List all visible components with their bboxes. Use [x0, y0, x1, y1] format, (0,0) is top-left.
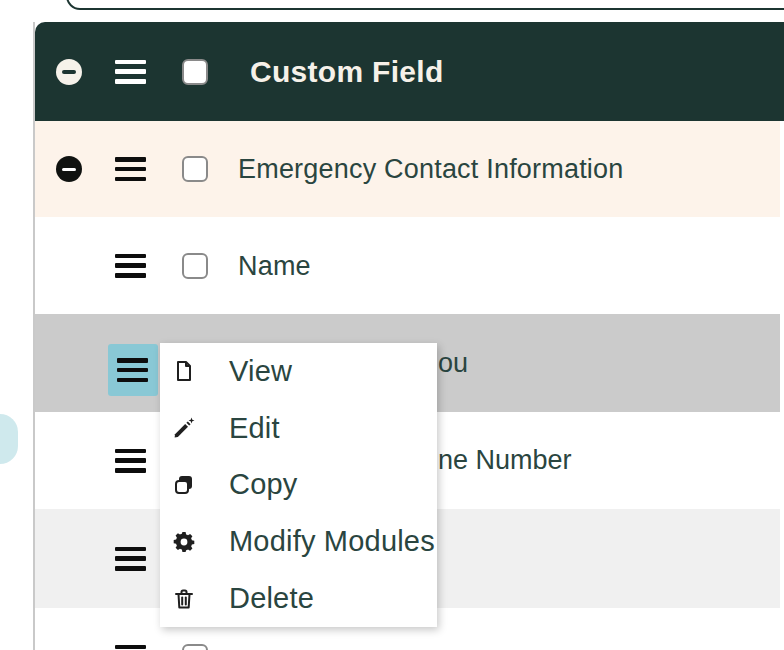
drag-handle-icon[interactable]: [115, 60, 146, 84]
menu-item-label: Copy: [229, 468, 298, 501]
row-label: Emergency Contact Information: [238, 154, 623, 185]
menu-item-label: Delete: [229, 582, 314, 615]
row-label: Name: [238, 250, 311, 281]
column-divider: [780, 121, 784, 650]
menu-item-view[interactable]: View: [160, 343, 437, 400]
drag-handle-icon[interactable]: [115, 157, 146, 181]
pencil-icon: [172, 416, 196, 440]
side-flyout-handle[interactable]: [0, 414, 18, 464]
row-checkbox[interactable]: [182, 644, 208, 650]
row-checkbox[interactable]: [182, 253, 208, 279]
row-checkbox[interactable]: [182, 156, 208, 182]
menu-item-label: Modify Modules: [229, 525, 435, 558]
drag-handle-icon[interactable]: [115, 547, 146, 571]
table-row: Emergency Contact Information: [35, 121, 784, 217]
table-header: Custom Field: [35, 22, 784, 121]
menu-item-edit[interactable]: Edit: [160, 400, 437, 457]
menu-item-modify-modules[interactable]: Modify Modules: [160, 513, 437, 570]
copy-icon: [172, 473, 196, 497]
page: Custom Field Emergency Contact Informati…: [0, 0, 784, 650]
drag-handle-icon[interactable]: [115, 645, 146, 650]
file-icon: [172, 359, 196, 383]
drag-handle-icon[interactable]: [115, 449, 146, 473]
menu-item-copy[interactable]: Copy: [160, 457, 437, 514]
search-input-partial[interactable]: [66, 0, 784, 10]
menu-item-delete[interactable]: Delete: [160, 570, 437, 627]
drag-handle-highlight[interactable]: [108, 344, 158, 396]
menu-item-label: View: [229, 355, 292, 388]
table-row: Name: [35, 217, 784, 314]
column-title: Custom Field: [250, 55, 444, 89]
drag-handle-icon[interactable]: [115, 254, 146, 278]
gear-icon: [172, 530, 196, 554]
select-all-checkbox[interactable]: [182, 59, 208, 85]
trash-icon: [172, 587, 196, 611]
menu-item-label: Edit: [229, 412, 280, 445]
collapse-row-icon[interactable]: [56, 156, 82, 182]
drag-handle-icon[interactable]: [117, 358, 148, 382]
collapse-all-icon[interactable]: [56, 59, 82, 85]
row-label-fragment: ne Number: [438, 412, 572, 509]
row-context-menu: View Edit Copy: [160, 343, 437, 627]
row-label-fragment: ou: [438, 314, 468, 412]
